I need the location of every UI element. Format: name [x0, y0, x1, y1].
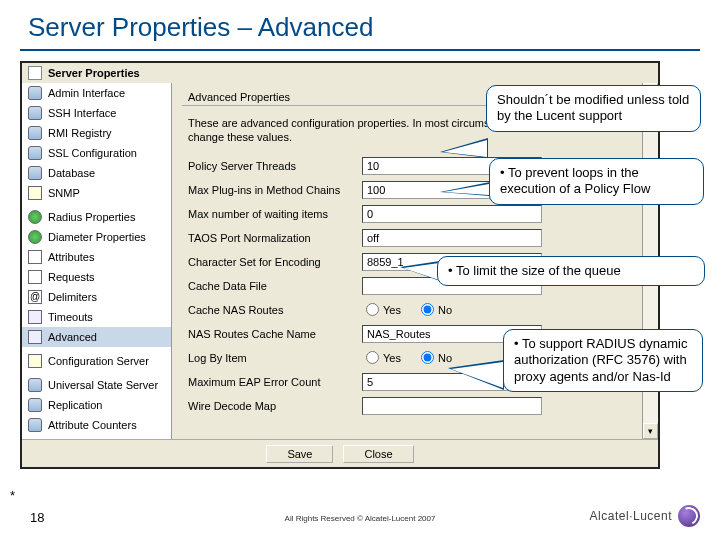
window-titlebar: Server Properties	[22, 63, 658, 83]
radio-no[interactable]	[421, 303, 434, 316]
sidebar-item-advanced[interactable]: Advanced	[22, 327, 171, 347]
sidebar-item-label: Configuration Server	[48, 355, 149, 367]
sidebar-item-label: Attributes	[48, 251, 94, 263]
sidebar-item-attributes[interactable]: Attributes	[22, 247, 171, 267]
brand-icon	[678, 505, 700, 527]
cache-nas-yes[interactable]: Yes	[366, 303, 401, 316]
sidebar-item-radius-properties[interactable]: Radius Properties	[22, 207, 171, 227]
radio-label: Yes	[383, 352, 401, 364]
row-label: Cache Data File	[182, 280, 362, 292]
sidebar-item-label: Database	[48, 167, 95, 179]
sidebar-item-snmp[interactable]: SNMP	[22, 183, 171, 203]
db-icon	[28, 166, 42, 180]
sidebar-item-requests[interactable]: Requests	[22, 267, 171, 287]
sidebar-item-label: Diameter Properties	[48, 231, 146, 243]
close-button[interactable]: Close	[343, 445, 413, 463]
title-rule	[20, 49, 700, 51]
net-icon	[28, 210, 42, 224]
row-label: Cache NAS Routes	[182, 304, 362, 316]
sidebar-item-ssl-configuration[interactable]: SSL Configuration	[22, 143, 171, 163]
sidebar-item-rmi-registry[interactable]: RMI Registry	[22, 123, 171, 143]
sidebar-item-label: Advanced	[48, 331, 97, 343]
sidebar-item-label: SSL Configuration	[48, 147, 137, 159]
row-label: NAS Routes Cache Name	[182, 328, 362, 340]
sidebar-item-label: RMI Registry	[48, 127, 112, 139]
sidebar: Admin Interface SSH Interface RMI Regist…	[22, 83, 172, 439]
radio-yes[interactable]	[366, 351, 379, 364]
row-label: Character Set for Encoding	[182, 256, 362, 268]
sidebar-item-label: Admin Interface	[48, 87, 125, 99]
db-icon	[28, 106, 42, 120]
db-icon	[28, 398, 42, 412]
window-icon	[28, 66, 42, 80]
radio-no[interactable]	[421, 351, 434, 364]
gear-icon	[28, 330, 42, 344]
max-waiting-input[interactable]	[362, 205, 542, 223]
db-icon	[28, 126, 42, 140]
sidebar-item-configuration-server[interactable]: Configuration Server	[22, 351, 171, 371]
row-label: TAOS Port Normalization	[182, 232, 362, 244]
sidebar-item-admin-interface[interactable]: Admin Interface	[22, 83, 171, 103]
doc-icon	[28, 270, 42, 284]
callout-tail	[440, 182, 490, 196]
callout-tail	[448, 360, 504, 390]
sidebar-item-label: Timeouts	[48, 311, 93, 323]
radio-yes[interactable]	[366, 303, 379, 316]
clock-icon	[28, 310, 42, 324]
sidebar-item-label: Requests	[48, 271, 94, 283]
taos-port-select[interactable]	[362, 229, 542, 247]
sidebar-item-timeouts[interactable]: Timeouts	[22, 307, 171, 327]
radio-label: No	[438, 304, 452, 316]
callout-radius-dynamic: • To support RADIUS dynamic authorizatio…	[503, 329, 703, 392]
window-title: Server Properties	[48, 67, 140, 79]
tree-icon	[28, 186, 42, 200]
row-cache-nas-routes: Cache NAS Routes Yes No	[182, 299, 648, 321]
row-label: Wire Decode Map	[182, 400, 362, 412]
log-item-yes[interactable]: Yes	[366, 351, 401, 364]
db-icon	[28, 86, 42, 100]
sidebar-item-database[interactable]: Database	[22, 163, 171, 183]
sidebar-item-label: Replication	[48, 399, 102, 411]
tree-icon	[28, 354, 42, 368]
sidebar-item-attribute-counters[interactable]: Attribute Counters	[22, 415, 171, 435]
callout-queue-size: • To limit the size of the queue	[437, 256, 705, 286]
sidebar-item-ssh-interface[interactable]: SSH Interface	[22, 103, 171, 123]
db-icon	[28, 378, 42, 392]
sidebar-item-label: SNMP	[48, 187, 80, 199]
check-icon	[28, 250, 42, 264]
callout-tail	[400, 261, 440, 281]
net-icon	[28, 230, 42, 244]
save-button[interactable]: Save	[266, 445, 333, 463]
row-label: Max Plug-ins in Method Chains	[182, 184, 362, 196]
db-icon	[28, 146, 42, 160]
sidebar-item-delimiters[interactable]: @Delimiters	[22, 287, 171, 307]
row-label: Max number of waiting items	[182, 208, 362, 220]
row-label: Log By Item	[182, 352, 362, 364]
db-icon	[28, 418, 42, 432]
button-row: Save Close	[22, 439, 658, 467]
row-label: Maximum EAP Error Count	[182, 376, 362, 388]
sidebar-item-diameter-properties[interactable]: Diameter Properties	[22, 227, 171, 247]
radio-label: Yes	[383, 304, 401, 316]
sidebar-item-label: Universal State Server	[48, 379, 158, 391]
asterisk: *	[10, 488, 15, 503]
row-label: Policy Server Threads	[182, 160, 362, 172]
cache-nas-no[interactable]: No	[421, 303, 452, 316]
row-max-waiting: Max number of waiting items	[182, 203, 648, 225]
callout-modified-warning: Shouldn´t be modified unless told by the…	[486, 85, 701, 132]
sidebar-item-label: Radius Properties	[48, 211, 135, 223]
sidebar-item-label: SSH Interface	[48, 107, 116, 119]
scroll-down-button[interactable]: ▾	[643, 423, 658, 439]
callout-prevent-loops: • To prevent loops in the execution of a…	[489, 158, 704, 205]
brand-logo: Alcatel·Lucent	[590, 505, 700, 527]
row-wire-decode-map: Wire Decode Map	[182, 395, 648, 417]
sidebar-item-label: Delimiters	[48, 291, 97, 303]
brand-text: Alcatel·Lucent	[590, 509, 672, 523]
sidebar-item-replication[interactable]: Replication	[22, 395, 171, 415]
callout-tail	[440, 138, 488, 158]
sidebar-item-universal-state-server[interactable]: Universal State Server	[22, 375, 171, 395]
sidebar-item-label: Attribute Counters	[48, 419, 137, 431]
wire-decode-map-input[interactable]	[362, 397, 542, 415]
at-icon: @	[28, 290, 42, 304]
row-taos-port: TAOS Port Normalization	[182, 227, 648, 249]
